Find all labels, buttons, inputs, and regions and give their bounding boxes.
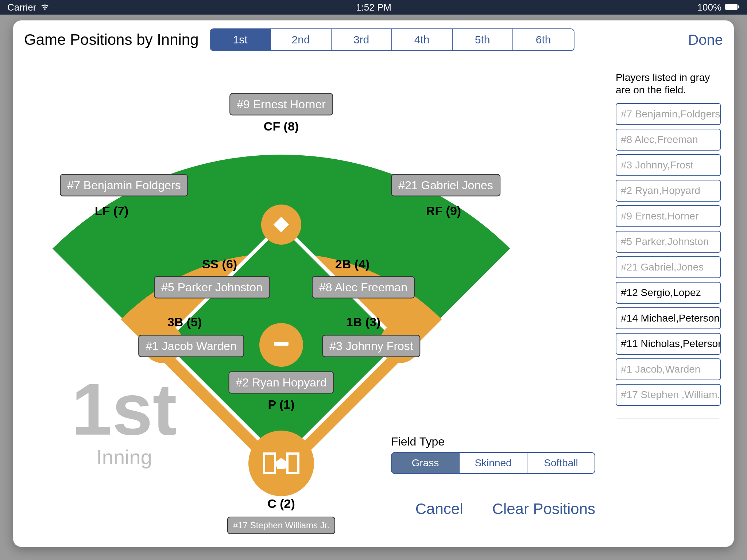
player-roster-panel: Players listed in gray are on the field.… — [616, 71, 721, 406]
field-type-option-skinned[interactable]: Skinned — [460, 453, 527, 473]
pos-label-c: C (2) — [267, 497, 295, 511]
page-title: Game Positions by Inning — [24, 31, 199, 48]
battery-icon — [725, 2, 740, 13]
roster-intro: Players listed in gray are on the field. — [616, 71, 721, 96]
inning-tab-4th[interactable]: 4th — [392, 29, 453, 50]
clear-positions-button[interactable]: Clear Positions — [492, 500, 595, 518]
inning-tabs: 1st2nd3rd4th5th6th — [210, 28, 574, 51]
roster-player-6[interactable]: #21 Gabriel,Jones — [616, 256, 721, 278]
player-chip-rf[interactable]: #21 Gabriel Jones — [391, 174, 500, 197]
roster-player-3[interactable]: #2 Ryan,Hopyard — [616, 180, 721, 202]
player-chip-lf[interactable]: #7 Benjamin Foldgers — [60, 174, 188, 197]
modal-actions: Cancel Clear Positions — [415, 500, 595, 518]
inning-tab-1st[interactable]: 1st — [210, 29, 271, 50]
pos-label-ss: SS (6) — [202, 257, 237, 271]
roster-player-8[interactable]: #14 Michael,Peterson — [616, 307, 721, 329]
pos-label-p: P (1) — [268, 397, 294, 412]
pos-label-1b: 1B (3) — [346, 315, 380, 329]
player-chip-2b[interactable]: #8 Alec Freeman — [312, 276, 415, 299]
field-type-label: Field Type — [391, 435, 595, 448]
current-inning-number: 1st — [71, 377, 177, 442]
svg-rect-1 — [738, 5, 739, 8]
wifi-icon — [40, 2, 50, 13]
player-chip-p[interactable]: #2 Ryan Hopyard — [228, 372, 334, 394]
roster-player-5[interactable]: #5 Parker,Johnston — [616, 231, 721, 253]
roster-player-4[interactable]: #9 Ernest,Horner — [616, 205, 721, 227]
inning-tab-3rd[interactable]: 3rd — [332, 29, 392, 50]
inning-tab-2nd[interactable]: 2nd — [271, 29, 332, 50]
roster-player-2[interactable]: #3 Johnny,Frost — [616, 154, 721, 176]
inning-tab-6th[interactable]: 6th — [513, 29, 574, 50]
player-chip-cf[interactable]: #9 Ernest Horner — [229, 93, 333, 116]
roster-list: #7 Benjamin,Foldgers#8 Alec,Freeman#3 Jo… — [616, 103, 721, 406]
roster-player-11[interactable]: #17 Stephen ,William... — [616, 384, 721, 406]
carrier-label: Carrier — [7, 2, 36, 13]
roster-player-10[interactable]: #1 Jacob,Warden — [616, 358, 721, 380]
pos-label-cf: CF (8) — [264, 119, 299, 133]
status-bar: Carrier 1:52 PM 100% — [0, 0, 747, 15]
pos-label-rf: RF (9) — [426, 204, 461, 218]
field-type-option-grass[interactable]: Grass — [392, 453, 460, 473]
status-time: 1:52 PM — [356, 2, 391, 13]
pos-label-lf: LF (7) — [95, 204, 129, 218]
roster-player-0[interactable]: #7 Benjamin,Foldgers — [616, 103, 721, 125]
roster-extra-lines — [617, 419, 719, 463]
player-chip-1b[interactable]: #3 Johnny Frost — [322, 335, 420, 357]
field-type-segment: GrassSkinnedSoftball — [391, 452, 595, 474]
pos-label-2b: 2B (4) — [335, 257, 369, 271]
player-chip-c[interactable]: #17 Stephen Williams Jr. — [227, 517, 335, 534]
field-type-block: Field Type GrassSkinnedSoftball — [391, 435, 595, 474]
positions-modal: Game Positions by Inning 1st2nd3rd4th5th… — [13, 20, 734, 547]
done-button[interactable]: Done — [688, 32, 723, 48]
current-inning-display: 1st Inning — [71, 377, 177, 469]
modal-header: Game Positions by Inning 1st2nd3rd4th5th… — [24, 23, 723, 56]
player-chip-3b[interactable]: #1 Jacob Warden — [138, 335, 244, 357]
battery-label: 100% — [697, 2, 722, 13]
roster-player-7[interactable]: #12 Sergio,Lopez — [616, 282, 721, 304]
cancel-button[interactable]: Cancel — [415, 500, 463, 518]
field-type-option-softball[interactable]: Softball — [527, 453, 595, 473]
roster-player-1[interactable]: #8 Alec,Freeman — [616, 129, 721, 151]
roster-player-9[interactable]: #11 Nicholas,Peterson — [616, 333, 721, 355]
svg-rect-0 — [725, 4, 738, 10]
inning-tab-5th[interactable]: 5th — [453, 29, 513, 50]
pos-label-3b: 3B (5) — [167, 315, 202, 329]
svg-rect-8 — [274, 342, 289, 346]
player-chip-ss[interactable]: #5 Parker Johnston — [154, 276, 270, 299]
